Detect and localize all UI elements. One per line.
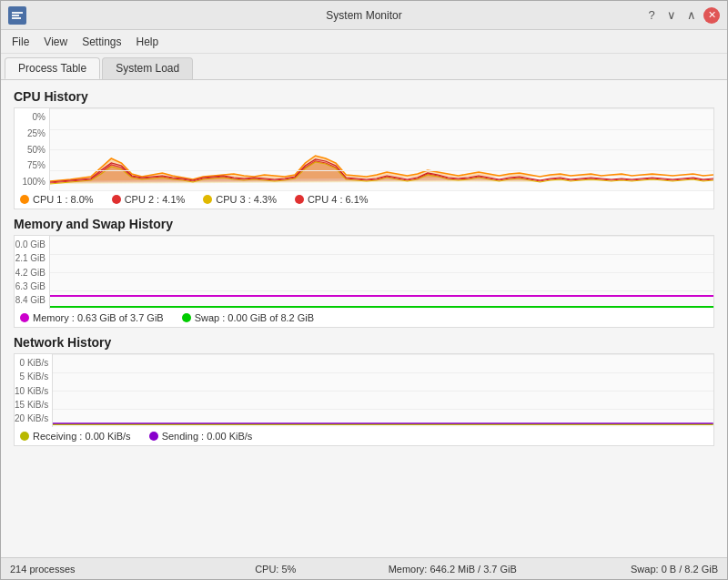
net-y-label: 0 KiB/s [15,358,48,368]
cpu-chart-container: 100% 75% 50% 25% 0% [14,107,714,209]
grid-line [53,391,713,392]
menu-file[interactable]: File [5,34,36,50]
main-window: System Monitor ? ∨ ∧ ✕ File View Setting… [0,0,728,580]
cpu1-dot [20,195,29,204]
mem-y-label: 6.3 GiB [15,281,46,291]
grid-line [50,108,713,109]
window-title: System Monitor [326,9,401,22]
menu-view[interactable]: View [36,34,75,50]
tab-process-table[interactable]: Process Table [5,57,100,79]
status-memory: Memory: 646.2 MiB / 3.7 GiB [364,564,541,575]
grid-line [53,354,713,355]
svg-rect-2 [12,17,21,19]
cpu-legend: CPU 1 : 8.0% CPU 2 : 4.1% CPU 3 : 4.3% C… [15,190,713,209]
sending-legend-item: Sending : 0.00 KiB/s [149,431,253,442]
main-content: CPU History 100% 75% 50% 25% 0% [1,80,727,557]
grid-line [50,254,713,255]
titlebar-controls: ? ∨ ∧ ✕ [643,7,720,24]
cpu-y-label: 50% [15,145,46,155]
cpu3-dot [203,195,212,204]
cpu3-label: CPU 3 : 4.3% [216,194,277,205]
cpu-y-label: 0% [15,112,46,122]
maximize-button[interactable]: ∧ [683,7,700,24]
menu-settings[interactable]: Settings [75,34,128,50]
titlebar: System Monitor ? ∨ ∧ ✕ [1,1,727,30]
status-swap: Swap: 0 B / 8.2 GiB [541,564,719,575]
cpu4-label: CPU 4 : 6.1% [308,194,369,205]
tab-system-load[interactable]: System Load [102,57,193,79]
close-button[interactable]: ✕ [703,7,720,24]
app-icon [8,6,26,25]
grid-line [50,170,713,171]
swap-dot [182,313,191,322]
statusbar: 214 processes CPU: 5% Memory: 646.2 MiB … [1,557,727,579]
swap-label: Swap : 0.00 GiB of 8.2 GiB [195,312,314,323]
sending-label: Sending : 0.00 KiB/s [162,431,253,442]
cpu-y-axis: 100% 75% 50% 25% 0% [15,108,49,190]
status-processes: 214 processes [10,564,187,575]
network-chart-container: 20 KiB/s 15 KiB/s 10 KiB/s 5 KiB/s 0 KiB… [14,353,714,446]
grid-line [50,129,713,130]
cpu4-legend: CPU 4 : 6.1% [295,194,369,205]
cpu2-legend: CPU 2 : 4.1% [112,194,186,205]
memory-chart-area [49,236,713,309]
memory-section-title: Memory and Swap History [14,217,714,231]
grid-line [50,290,713,291]
tab-bar: Process Table System Load [1,54,727,80]
mem-y-label: 2.1 GiB [15,253,46,263]
memory-legend: Memory : 0.63 GiB of 3.7 GiB Swap : 0.00… [15,309,713,327]
memory-y-axis: 8.4 GiB 6.3 GiB 4.2 GiB 2.1 GiB 0.0 GiB [15,236,49,309]
cpu-chart-area [49,108,713,190]
menu-help[interactable]: Help [129,34,167,50]
network-legend: Receiving : 0.00 KiB/s Sending : 0.00 Ki… [15,427,713,445]
cpu3-legend: CPU 3 : 4.3% [203,194,277,205]
status-cpu: CPU: 5% [187,564,365,575]
cpu1-legend: CPU 1 : 8.0% [20,194,94,205]
cpu-section: CPU History 100% 75% 50% 25% 0% [14,89,714,209]
help-button[interactable]: ? [643,7,660,24]
network-section-title: Network History [14,335,714,350]
grid-line [50,236,713,237]
memory-section: Memory and Swap History 8.4 GiB 6.3 GiB … [14,217,714,328]
cpu-section-title: CPU History [14,89,714,104]
network-chart-area [52,354,713,427]
receiving-label: Receiving : 0.00 KiB/s [33,431,131,442]
swap-legend-item: Swap : 0.00 GiB of 8.2 GiB [182,312,314,323]
network-y-axis: 20 KiB/s 15 KiB/s 10 KiB/s 5 KiB/s 0 KiB… [15,354,52,427]
cpu4-dot [295,195,304,204]
sending-dot [149,432,158,441]
cpu-y-label: 100% [15,177,46,187]
memory-dot [20,313,29,322]
net-y-label: 5 KiB/s [15,371,48,382]
minimize-button[interactable]: ∨ [663,7,680,24]
mem-y-label: 4.2 GiB [15,268,46,278]
titlebar-left [8,6,26,25]
grid-line [50,149,713,150]
menubar: File View Settings Help [1,30,727,54]
grid-line [53,409,713,410]
grid-line [53,372,713,373]
mem-y-label: 8.4 GiB [15,295,46,305]
net-y-label: 20 KiB/s [15,413,48,423]
svg-rect-0 [12,12,23,14]
memory-label: Memory : 0.63 GiB of 3.7 GiB [33,312,164,323]
network-section: Network History 20 KiB/s 15 KiB/s 10 KiB… [14,335,714,446]
grid-line [50,272,713,273]
grid-line [50,190,713,191]
net-y-label: 10 KiB/s [15,386,48,396]
receiving-dot [20,432,29,441]
svg-rect-1 [12,15,19,16]
receiving-legend-item: Receiving : 0.00 KiB/s [20,431,131,442]
cpu1-label: CPU 1 : 8.0% [33,194,94,205]
cpu2-label: CPU 2 : 4.1% [125,194,186,205]
net-y-label: 15 KiB/s [15,400,48,410]
cpu2-dot [112,195,121,204]
cpu-y-label: 25% [15,128,46,138]
cpu-y-label: 75% [15,160,46,170]
memory-chart-container: 8.4 GiB 6.3 GiB 4.2 GiB 2.1 GiB 0.0 GiB [14,235,714,328]
mem-y-label: 0.0 GiB [15,239,46,249]
memory-legend-item: Memory : 0.63 GiB of 3.7 GiB [20,312,164,323]
